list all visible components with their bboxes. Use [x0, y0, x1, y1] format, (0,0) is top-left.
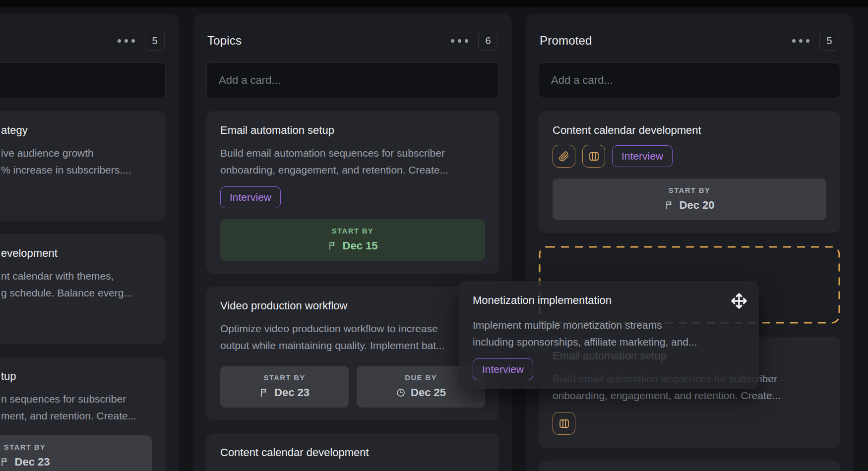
card-count-badge: 6	[478, 31, 498, 51]
card-description: n sequences for subscriber ment, and ret…	[1, 391, 152, 424]
card-title: tup	[1, 370, 152, 383]
flag-icon	[0, 457, 10, 467]
ellipsis-icon[interactable]	[117, 36, 136, 46]
card-title: evelopment	[1, 247, 152, 260]
card-video-production-workflow[interactable]: Video production workflow Optimize video…	[206, 287, 499, 420]
card-title: Email automation setup	[220, 124, 485, 137]
board-columns-chip	[553, 412, 575, 435]
move-icon[interactable]	[730, 292, 748, 310]
card-strategy[interactable]: ategy ive audience growth % increase in …	[0, 111, 166, 221]
card-description: Build email automation sequences for sub…	[220, 145, 485, 178]
column-left: 5 ategy ive audience growth % increase i…	[0, 14, 179, 471]
card-development[interactable]: evelopment nt calendar with themes, g sc…	[0, 234, 166, 344]
start-by-badge: START BY Dec 20	[553, 178, 826, 220]
ellipsis-icon[interactable]	[450, 36, 469, 46]
attachment-chip	[553, 145, 575, 168]
card-description: nt calendar with themes, g schedule. Bal…	[1, 268, 152, 301]
tag-interview: Interview	[473, 358, 533, 380]
top-bar	[0, 0, 868, 7]
card-description: Implement multiple monetization streams …	[473, 317, 745, 351]
tag-interview: Interview	[220, 186, 281, 208]
attachment-icon	[558, 151, 570, 162]
card-email-automation-setup[interactable]: Email automation setup Build email autom…	[206, 111, 499, 274]
ellipsis-icon[interactable]	[791, 36, 810, 46]
add-card-input[interactable]	[206, 62, 499, 98]
card-title: Video production workflow	[220, 299, 485, 312]
add-card-input[interactable]	[0, 62, 166, 98]
column-topics: Topics 6 Email automation setup Build em…	[193, 14, 512, 471]
card-count-badge: 5	[145, 31, 165, 51]
card-setup[interactable]: tup n sequences for subscriber ment, and…	[0, 357, 166, 471]
board-columns-chip	[582, 145, 605, 168]
flag-icon	[665, 200, 675, 210]
dragged-card[interactable]: Monetization implementation Implement mu…	[459, 281, 759, 389]
add-card-input[interactable]	[539, 62, 840, 98]
card-list: Email automation setup Build email autom…	[206, 111, 499, 471]
card-description: ive audience growth % increase in subscr…	[1, 145, 152, 178]
start-by-badge: START BY Dec 23	[0, 435, 152, 471]
column-promoted-header: Promoted 5	[539, 26, 840, 56]
card-description: Optimize video production workflow to in…	[220, 320, 485, 354]
start-by-badge: START BY Dec 15	[220, 219, 485, 261]
card-title: Content calendar development	[220, 446, 485, 459]
card-list: ategy ive audience growth % increase in …	[0, 111, 166, 471]
card-content-calendar-development[interactable]: Content calendar development	[206, 433, 499, 471]
column-topics-header: Topics 6	[206, 26, 499, 56]
column-promoted: Promoted 5 Content calendar development …	[526, 14, 853, 471]
card-title: ategy	[1, 124, 152, 137]
card-count-badge: 5	[819, 31, 839, 51]
clock-icon	[396, 388, 406, 398]
column-title: Topics	[207, 34, 242, 48]
card-title: Monetization implementation	[473, 294, 612, 307]
flag-icon	[259, 388, 269, 398]
board-columns-icon	[588, 151, 600, 162]
column-title: Promoted	[540, 34, 592, 48]
flag-icon	[328, 241, 338, 251]
card-partial[interactable]	[539, 461, 840, 471]
start-by-badge: START BY Dec 23	[220, 366, 349, 408]
card-title: Content calendar development	[553, 124, 826, 137]
column-left-header: 5	[0, 26, 166, 56]
board-columns-icon	[558, 418, 570, 429]
tag-interview: Interview	[612, 145, 673, 167]
card-content-calendar-development[interactable]: Content calendar development Interview S…	[539, 111, 840, 233]
